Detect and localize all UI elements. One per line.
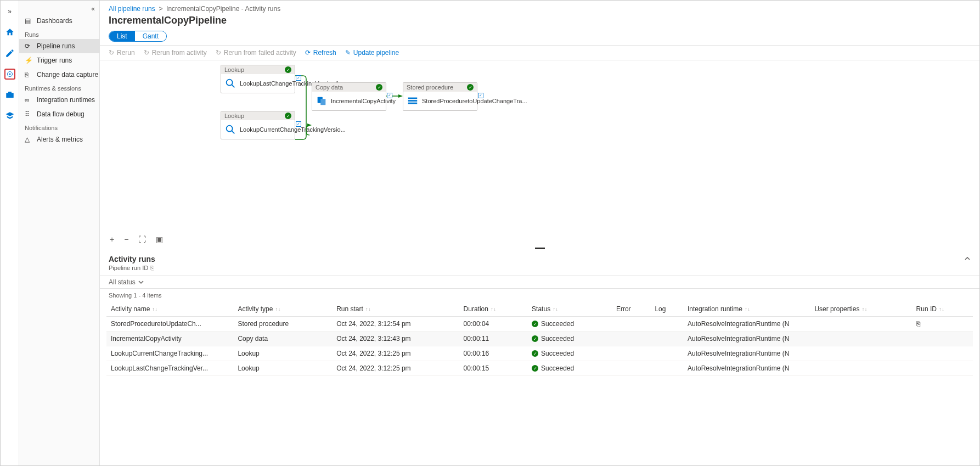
activity-runs-table: Activity name↑↓ Activity type↑↓ Run star… (106, 302, 973, 376)
update-pipeline-button[interactable]: ✎Update pipeline (345, 49, 399, 57)
debug-icon: ⠿ (25, 110, 32, 118)
node-stored-proc[interactable]: Stored procedure✓ StoredProceduretoUpdat… (403, 82, 477, 111)
resize-handle[interactable] (100, 247, 979, 250)
cell-duration: 00:00:04 (459, 317, 528, 332)
cell-runtime: AutoResolveIntegrationRuntime (N (683, 346, 810, 361)
cell-error (612, 346, 651, 361)
status-filter[interactable]: All status (100, 276, 979, 289)
breadcrumb-link[interactable]: All pipeline runs (109, 5, 155, 13)
cdc-icon: ⎘ (25, 71, 32, 78)
dashboard-icon: ▤ (25, 17, 32, 25)
sidebar-item-alerts[interactable]: △ Alerts & metrics (19, 132, 99, 147)
zoom-out-icon[interactable]: − (124, 235, 128, 244)
table-row[interactable]: LookupLastChangeTrackingVer...LookupOct … (106, 361, 973, 376)
cell-userprops (810, 361, 911, 376)
svg-rect-12 (320, 99, 325, 105)
col-run-start[interactable]: Run start↑↓ (332, 302, 459, 317)
home-icon[interactable] (4, 27, 15, 38)
node-lookup1[interactable]: Lookup✓ LookupLastChangeTrackingVersionA… (221, 65, 295, 93)
collapse-section-icon[interactable] (964, 255, 971, 263)
cell-runtime: AutoResolveIntegrationRuntime (N (683, 361, 810, 376)
refresh-button[interactable]: ⟳Refresh (305, 49, 336, 57)
copy-id-icon[interactable]: ⎘ (150, 265, 154, 271)
sidebar-item-trigger-runs[interactable]: ⚡ Trigger runs (19, 53, 99, 68)
sidebar-label: Integration runtimes (37, 96, 95, 104)
sidebar-label: Alerts & metrics (37, 136, 83, 143)
rerun-button[interactable]: ↻Rerun (109, 49, 135, 57)
node-type: Lookup (224, 66, 244, 73)
output-port-icon[interactable]: ✓ (296, 75, 301, 81)
output-port-icon[interactable]: ✓ (296, 121, 301, 127)
success-icon: ✓ (532, 321, 538, 327)
col-status[interactable]: Status↑↓ (527, 302, 612, 317)
sidebar-item-dashboards[interactable]: ▤ Dashboards (19, 14, 99, 28)
sidebar-item-dataflow[interactable]: ⠿ Data flow debug (19, 107, 99, 121)
cell-duration: 00:00:11 (459, 332, 528, 346)
table-row[interactable]: IncrementalCopyActivityCopy dataOct 24, … (106, 332, 973, 346)
output-port-icon[interactable]: ✓ (478, 93, 483, 98)
cell-type: Copy data (233, 332, 332, 346)
col-runid[interactable]: Run ID↑↓ (912, 302, 973, 317)
svg-point-7 (227, 80, 233, 86)
node-type: Stored procedure (407, 84, 453, 91)
rerun-failed-button[interactable]: ↻Rerun from failed activity (216, 49, 296, 57)
pencil-icon[interactable] (4, 48, 15, 59)
table-row[interactable]: StoredProceduretoUpdateCh...Stored proce… (106, 317, 973, 332)
cell-start: Oct 24, 2022, 3:12:25 pm (332, 361, 459, 376)
tab-list[interactable]: List (109, 31, 135, 41)
sidebar: « ▤ Dashboards Runs ⟳ Pipeline runs ⚡ Tr… (19, 1, 100, 465)
cell-start: Oct 24, 2022, 3:12:43 pm (332, 332, 459, 346)
col-runtime[interactable]: Integration runtime↑↓ (683, 302, 810, 317)
rerun-activity-button[interactable]: ↻Rerun from activity (144, 49, 207, 57)
pipeline-canvas[interactable]: Lookup✓ LookupLastChangeTrackingVersionA… (100, 60, 979, 247)
cell-log (650, 361, 683, 376)
node-lookup2[interactable]: Lookup✓ LookupCurrentChangeTrackingVersi… (221, 111, 295, 139)
trigger-icon: ⚡ (25, 57, 32, 64)
cell-error (612, 361, 651, 376)
rerun-failed-icon: ↻ (216, 49, 221, 57)
success-icon: ✓ (532, 365, 538, 372)
col-userprops[interactable]: User properties↑↓ (810, 302, 911, 317)
cell-type: Stored procedure (233, 317, 332, 332)
node-name: StoredProceduretoUpdateChangeTra... (422, 97, 527, 105)
sidebar-label: Pipeline runs (37, 42, 75, 50)
zoom-in-icon[interactable]: + (110, 235, 114, 244)
lookup-icon (224, 123, 236, 136)
tab-gantt[interactable]: Gantt (135, 31, 166, 41)
toolbox-icon[interactable] (4, 89, 15, 100)
col-error[interactable]: Error (612, 302, 651, 317)
fit-icon[interactable]: ⛶ (138, 235, 146, 244)
learn-icon[interactable] (4, 110, 15, 121)
cell-status: ✓Succeeded (527, 346, 612, 361)
svg-point-9 (227, 126, 233, 132)
cell-type: Lookup (233, 346, 332, 361)
col-log[interactable]: Log (650, 302, 683, 317)
activity-runs-title: Activity runs (109, 255, 155, 263)
rerun-icon: ↻ (109, 49, 114, 57)
cell-start: Oct 24, 2022, 3:12:54 pm (332, 317, 459, 332)
sidebar-item-pipeline-runs[interactable]: ⟳ Pipeline runs (19, 39, 99, 53)
collapse-sidebar-icon[interactable]: « (19, 4, 99, 14)
col-duration[interactable]: Duration↑↓ (459, 302, 528, 317)
reset-icon[interactable]: ▣ (156, 235, 163, 244)
refresh-icon: ⟳ (305, 49, 311, 57)
status-success-icon: ✓ (376, 84, 382, 91)
cell-error (612, 317, 651, 332)
stored-proc-icon (407, 95, 419, 107)
sidebar-item-integration[interactable]: ∞ Integration runtimes (19, 93, 99, 107)
cell-runid: ⎘ (912, 317, 973, 332)
col-activity-type[interactable]: Activity type↑↓ (233, 302, 332, 317)
cell-log (650, 317, 683, 332)
col-activity-name[interactable]: Activity name↑↓ (106, 302, 233, 317)
monitor-icon[interactable] (4, 69, 15, 80)
output-port-icon[interactable]: ✓ (387, 93, 392, 98)
sidebar-label: Trigger runs (37, 57, 72, 64)
expand-icon[interactable]: » (4, 6, 15, 17)
sidebar-item-cdc[interactable]: ⎘ Change data capture (previ... (19, 68, 99, 82)
chevron-down-icon (138, 279, 144, 285)
pipeline-icon: ⟳ (25, 42, 32, 50)
sidebar-label: Change data capture (previ... (37, 71, 99, 78)
node-copy[interactable]: Copy data✓ IncrementalCopyActivity ✓ (312, 82, 386, 111)
table-row[interactable]: LookupCurrentChangeTracking...LookupOct … (106, 346, 973, 361)
cell-runid (912, 332, 973, 346)
